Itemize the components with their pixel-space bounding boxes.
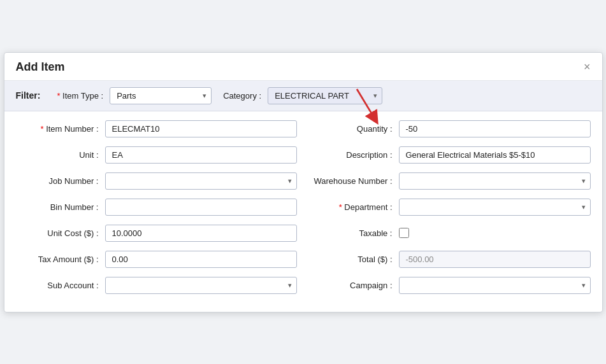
warehouse-number-select-wrapper: ▾ (399, 172, 591, 190)
row-taxamount-total: Tax Amount ($) : Total ($) : (16, 251, 591, 268)
sub-account-label: Sub Account : (16, 281, 99, 290)
taxable-group: Taxable : (310, 228, 591, 238)
campaign-label: Campaign : (310, 281, 393, 290)
row-item-number-quantity: Item Number : Quantity : (16, 120, 591, 137)
campaign-select[interactable] (399, 277, 591, 294)
tax-amount-group: Tax Amount ($) : (16, 251, 297, 268)
unit-cost-label: Unit Cost ($) : (16, 228, 99, 238)
row-unitcost-taxable: Unit Cost ($) : Taxable : (16, 225, 591, 242)
total-input (399, 251, 591, 268)
taxable-label: Taxable : (310, 228, 393, 238)
filter-item-type-row: Item Type : Parts Equipment Service ▾ (57, 87, 212, 104)
campaign-group: Campaign : ▾ (310, 277, 591, 294)
row-job-warehouse: Job Number : ▾ Warehouse Number : ▾ (16, 172, 591, 190)
sub-account-group: Sub Account : ▾ (16, 277, 297, 294)
form-body: Item Number : Quantity : (4, 111, 602, 312)
taxable-checkbox[interactable] (399, 228, 409, 238)
tax-amount-label: Tax Amount ($) : (16, 255, 99, 264)
sub-account-select[interactable] (105, 277, 297, 294)
quantity-label: Quantity : (310, 124, 393, 134)
item-number-group: Item Number : (16, 120, 297, 137)
item-number-input[interactable] (105, 120, 297, 137)
job-number-select[interactable] (105, 172, 297, 190)
row-subaccount-campaign: Sub Account : ▾ Campaign : ▾ (16, 277, 591, 294)
filter-category-row: Category : ELECTRICAL PART MECHANICAL PA… (223, 87, 382, 104)
job-number-label: Job Number : (16, 176, 99, 186)
item-type-select-wrapper: Parts Equipment Service ▾ (110, 87, 212, 104)
unit-cost-input[interactable] (105, 225, 297, 242)
warehouse-number-select[interactable] (399, 172, 591, 190)
department-select-wrapper: ▾ (399, 199, 591, 216)
row-bin-department: Bin Number : Department : ▾ (16, 199, 591, 216)
total-group: Total ($) : (310, 251, 591, 268)
category-label: Category : (223, 91, 261, 101)
job-number-select-wrapper: ▾ (105, 172, 297, 190)
filter-label: Filter: (16, 90, 41, 101)
description-input[interactable] (399, 146, 591, 164)
campaign-select-wrapper: ▾ (399, 277, 591, 294)
unit-group: Unit : (16, 146, 297, 164)
department-group: Department : ▾ (310, 199, 591, 216)
item-type-label: Item Type : (57, 91, 103, 101)
unit-input[interactable] (105, 146, 297, 164)
total-label: Total ($) : (310, 255, 393, 264)
bin-number-input[interactable] (105, 199, 297, 216)
item-type-select[interactable]: Parts Equipment Service (110, 87, 212, 104)
modal-header: Add Item × (4, 53, 602, 81)
close-button[interactable]: × (584, 61, 591, 73)
row-unit-description: Unit : Description : (16, 146, 591, 164)
warehouse-number-group: Warehouse Number : ▾ (310, 172, 591, 190)
category-select[interactable]: ELECTRICAL PART MECHANICAL PART OTHER (268, 87, 382, 104)
bin-number-label: Bin Number : (16, 202, 99, 212)
department-select[interactable] (399, 199, 591, 216)
bin-number-group: Bin Number : (16, 199, 297, 216)
category-select-wrapper: ELECTRICAL PART MECHANICAL PART OTHER ▾ (268, 87, 382, 104)
sub-account-select-wrapper: ▾ (105, 277, 297, 294)
add-item-modal: Add Item × Filter: Item Type : Parts Equ… (4, 52, 603, 312)
department-label: Department : (310, 202, 393, 212)
modal-title: Add Item (16, 60, 65, 74)
job-number-group: Job Number : ▾ (16, 172, 297, 190)
unit-cost-group: Unit Cost ($) : (16, 225, 297, 242)
tax-amount-input[interactable] (105, 251, 297, 268)
item-number-label: Item Number : (16, 124, 99, 134)
description-group: Description : (310, 146, 591, 164)
description-label: Description : (310, 150, 393, 160)
filter-bar: Filter: Item Type : Parts Equipment Serv… (4, 81, 602, 111)
warehouse-number-label: Warehouse Number : (310, 176, 393, 186)
quantity-input[interactable] (399, 120, 591, 137)
unit-label: Unit : (16, 150, 99, 160)
quantity-group: Quantity : (310, 120, 591, 137)
